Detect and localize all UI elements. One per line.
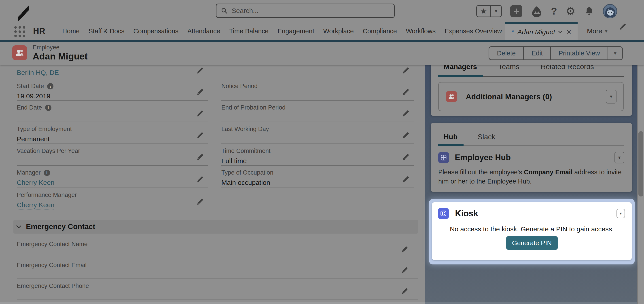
field-label: Last Working Day: [222, 126, 269, 132]
more-actions-caret-icon[interactable]: ▾: [608, 47, 622, 60]
tab-slack[interactable]: Slack: [478, 133, 495, 141]
field-row: End of Probation Period: [222, 100, 414, 122]
hub-message-bold: Company Email: [524, 168, 573, 176]
field-row: Emergency Contact Email: [17, 258, 418, 279]
search-input[interactable]: [231, 7, 390, 15]
info-icon[interactable]: i: [44, 170, 50, 176]
record-page-header: Employee Adan Miguet Delete Edit Printab…: [0, 42, 644, 65]
info-icon[interactable]: i: [45, 104, 52, 111]
edit-pencil-icon[interactable]: [197, 153, 205, 160]
office-link[interactable]: Berlin HQ, DE: [17, 69, 59, 76]
edit-pencil-icon[interactable]: [403, 131, 410, 138]
brand-accent-line: [0, 40, 644, 42]
edit-pencil-icon[interactable]: [197, 175, 205, 182]
edit-pencil-icon[interactable]: [403, 153, 410, 160]
hub-slack-card: Hub Slack Employee Hub ▾ Please fill out…: [431, 123, 632, 192]
field-row: Last Working Day: [222, 122, 414, 144]
help-icon[interactable]: ?: [551, 6, 557, 17]
field-label: End Date: [17, 104, 42, 111]
page-scrollbar[interactable]: [637, 42, 644, 304]
field-label: Notice Period: [222, 83, 258, 90]
field-label: Emergency Contact Email: [17, 262, 86, 269]
tab-home[interactable]: Home: [62, 28, 80, 35]
edit-pencil-icon[interactable]: [403, 175, 410, 182]
chevron-down-icon[interactable]: [558, 29, 562, 33]
field-row: Performance Manager Cherry Keen: [17, 188, 208, 210]
star-icon[interactable]: ★: [477, 6, 491, 16]
setup-gear-icon[interactable]: ⚙: [566, 5, 576, 18]
employee-hub-icon: [438, 152, 449, 163]
tab-workplace[interactable]: Workplace: [323, 28, 354, 35]
field-row: Vacation Days Per Year: [17, 144, 208, 166]
tab-more[interactable]: More ▾: [587, 27, 608, 35]
generate-pin-button[interactable]: Generate PIN: [506, 236, 558, 250]
emergency-fields: Emergency Contact Name Emergency Contact…: [0, 234, 425, 300]
field-label: Performance Manager: [17, 192, 77, 198]
page-title: Adan Miguet: [33, 51, 88, 62]
field-label: End of Probation Period: [222, 104, 286, 111]
edit-pencil-icon[interactable]: [402, 245, 409, 253]
page-scrollbar-thumb[interactable]: [638, 131, 643, 196]
field-label: Type of Occupation: [222, 169, 274, 176]
field-row: [222, 65, 414, 79]
edit-pencil-icon[interactable]: [197, 66, 205, 74]
edit-pencil-icon[interactable]: [197, 131, 205, 138]
kiosk-card: Kiosk ▾ No access to the kiosk. Generate…: [432, 202, 632, 260]
edit-pencil-icon[interactable]: [402, 287, 409, 294]
tab-hub[interactable]: Hub: [444, 133, 458, 141]
flair-logo-icon: [12, 1, 41, 22]
tab-expenses-overview[interactable]: Expenses Overview: [444, 28, 502, 35]
field-row: Start Datei 19.09.2019: [17, 79, 208, 100]
performance-manager-link[interactable]: Cherry Keen: [17, 201, 54, 209]
app-name[interactable]: HR: [33, 26, 45, 36]
field-row: Time Commitment Full time: [222, 144, 414, 166]
app-screen: ★ ▾ + ? ⚙: [0, 0, 644, 304]
field-row: Berlin HQ, DE: [17, 65, 208, 79]
tab-workflows[interactable]: Workflows: [406, 28, 436, 35]
tab-compliance[interactable]: Compliance: [363, 28, 397, 35]
tab-engagement[interactable]: Engagement: [278, 28, 314, 35]
edit-pencil-icon[interactable]: [403, 109, 410, 117]
tab-time-balance[interactable]: Time Balance: [229, 28, 268, 35]
favorites-caret-icon[interactable]: ▾: [491, 6, 501, 16]
edit-pencil-icon[interactable]: [402, 266, 409, 274]
managers-related-card: Managers Teams Related Records Additiona…: [431, 56, 632, 116]
hub-dropdown-button[interactable]: ▾: [614, 152, 624, 164]
field-row: Manageri Cherry Keen: [17, 166, 208, 188]
kiosk-dropdown-button[interactable]: ▾: [616, 209, 625, 218]
manager-link[interactable]: Cherry Keen: [17, 179, 54, 186]
search-icon: [221, 7, 228, 14]
global-add-icon[interactable]: +: [510, 5, 522, 17]
app-launcher-icon[interactable]: [14, 25, 25, 37]
tab-record-adan-miguet[interactable]: * Adan Miguet ×: [505, 22, 578, 40]
tab-attendance[interactable]: Attendance: [188, 28, 220, 35]
tab-staff-docs[interactable]: Staff & Docs: [88, 28, 124, 35]
field-row: Type of Employment Permanent: [17, 122, 208, 144]
horizontal-scrollbar[interactable]: [0, 302, 637, 304]
edit-nav-pencil-icon[interactable]: [620, 22, 628, 30]
printable-view-button[interactable]: Printable View: [551, 47, 608, 60]
field-value: 19.09.2019: [17, 92, 208, 100]
edit-pencil-icon[interactable]: [197, 198, 205, 205]
tab-compensations[interactable]: Compensations: [133, 28, 178, 35]
field-value: Permanent: [17, 135, 208, 143]
section-emergency-contact[interactable]: Emergency Contact: [14, 220, 418, 234]
delete-button[interactable]: Delete: [489, 47, 524, 60]
edit-pencil-icon[interactable]: [403, 88, 410, 95]
additional-managers-dropdown-button[interactable]: ▾: [606, 90, 616, 104]
active-tab-indicator: [438, 144, 464, 146]
user-avatar[interactable]: [603, 4, 617, 18]
notifications-bell-icon[interactable]: [584, 6, 594, 16]
info-icon[interactable]: i: [47, 83, 54, 90]
edit-button[interactable]: Edit: [524, 47, 551, 60]
trailhead-icon[interactable]: [531, 5, 542, 17]
edit-pencil-icon[interactable]: [197, 109, 205, 117]
field-row: Emergency Contact Phone: [17, 279, 418, 300]
edit-pencil-icon[interactable]: [197, 88, 205, 95]
edit-pencil-icon[interactable]: [403, 66, 410, 74]
additional-managers-title[interactable]: Additional Managers (0): [466, 92, 552, 101]
favorites-button[interactable]: ★ ▾: [476, 5, 502, 17]
field-label: Emergency Contact Phone: [17, 282, 89, 290]
close-tab-icon[interactable]: ×: [567, 28, 571, 36]
global-search[interactable]: [216, 4, 395, 18]
